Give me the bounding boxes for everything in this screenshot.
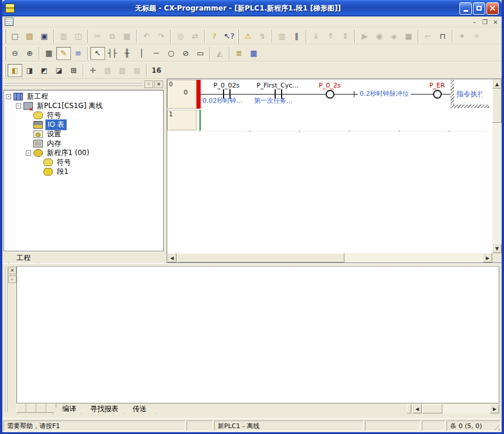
tree-item-io-table[interactable]: IO 表 (4, 120, 163, 129)
mdi-minimize-button[interactable]: – (469, 18, 479, 26)
toggle-cross-reference-button[interactable]: ◪ (52, 64, 66, 77)
hex-monitor-button[interactable]: 16 (149, 64, 164, 77)
pause-monitor-button[interactable]: ‖ (289, 30, 304, 43)
open-coil-button[interactable]: ○ (164, 47, 178, 60)
scroll-up-button[interactable]: ▲ (492, 79, 502, 89)
tab-project[interactable]: 工程 (8, 252, 39, 263)
address-reference-tool-button[interactable]: ✛ (86, 64, 100, 77)
open-button[interactable]: ▤ (22, 30, 37, 43)
menu-plc[interactable] (49, 21, 57, 22)
minimize-button[interactable] (459, 2, 472, 15)
ladder-horizontal-scrollbar[interactable]: ◀ ▶ (167, 253, 492, 263)
ladder-vertical-scrollbar[interactable]: ▲ ▼ (492, 79, 502, 253)
inline-tick (354, 91, 354, 97)
tree-item-new-program1[interactable]: - 新程序1 (00) (4, 148, 163, 157)
closed-coil-button[interactable]: ⊘ (178, 47, 193, 60)
help-button[interactable]: ? (207, 30, 222, 43)
output-tab-find-report[interactable]: 寻找报表 (81, 403, 128, 414)
select-tool-button[interactable]: ↖ (90, 47, 105, 60)
output-nav-first-button[interactable] (16, 403, 26, 413)
tree-expander[interactable]: - (16, 103, 21, 109)
tree-expander[interactable]: - (6, 94, 11, 99)
scroll-right-button[interactable]: ▶ (483, 253, 492, 263)
instruction-button[interactable]: ▭ (193, 47, 208, 60)
zoom-in-button[interactable]: ⊕ (22, 47, 37, 60)
tree-item-section1[interactable]: 段1 (4, 167, 163, 176)
output-grip[interactable] (4, 267, 8, 412)
toggle-project-workspace-button[interactable]: ◧ (8, 64, 22, 77)
tree-expander[interactable]: - (26, 150, 31, 156)
coil1-symbol[interactable] (326, 90, 334, 99)
edit-cursor[interactable]: 指令执行 (451, 80, 489, 108)
output-nav-prev-button[interactable] (26, 403, 36, 413)
grid-toggle-button[interactable]: ▦ (42, 47, 56, 60)
context-help-button[interactable]: ↖? (222, 30, 236, 43)
contact1-label[interactable]: P_0_02s (200, 82, 253, 89)
output-close-button[interactable]: × (8, 267, 16, 274)
rung-annotation-button[interactable]: ≡ (71, 47, 86, 60)
watch-window-button[interactable]: ▦ (246, 47, 261, 60)
output-tab-compile[interactable]: 编译 (53, 403, 86, 414)
output-tab-transfer[interactable]: 传送 (123, 403, 156, 414)
tree-item-new-project[interactable]: - 新工程 (4, 92, 163, 101)
symbol-table-button[interactable]: ≣ (232, 47, 246, 60)
horizontal-line-button[interactable]: ─ (149, 47, 164, 60)
contact2-label[interactable]: P_First_Cyc... (251, 82, 304, 89)
menu-file[interactable] (16, 21, 24, 22)
open-contact-button[interactable]: ┤├ (105, 47, 120, 60)
find-button: ◎ (173, 30, 188, 43)
save-button[interactable]: ▣ (37, 30, 52, 43)
workspace-close-button[interactable]: × (154, 80, 163, 88)
menu-insert[interactable] (40, 21, 49, 22)
scroll-left-button[interactable]: ◀ (167, 253, 177, 263)
menu-window[interactable] (73, 21, 82, 22)
output-tab-splitter[interactable] (407, 404, 411, 413)
toggle-watch-window-button[interactable]: ◩ (37, 64, 52, 77)
menu-help[interactable] (82, 21, 90, 22)
compile-button[interactable]: ⚠ (241, 30, 255, 43)
tree-item-settings[interactable]: 设置 (4, 129, 163, 139)
toggle-address-reference-button[interactable]: ⊞ (66, 64, 81, 77)
tree-item-symbols[interactable]: 符号 (4, 110, 163, 120)
time-chart-button[interactable]: ⊓ (435, 30, 450, 43)
project-tree: - 新工程 - 新PLC1[CS1G] 离线 符号 IO (4, 90, 164, 251)
vertical-line-button[interactable]: │ (134, 47, 149, 60)
menu-program[interactable] (57, 21, 65, 22)
output-scroll-left-button[interactable]: ◀ (412, 404, 422, 413)
output-horizontal-scrollbar[interactable]: ◀ ▶ (412, 404, 499, 413)
menu-tools[interactable] (65, 21, 73, 22)
output-scroll-right-button[interactable]: ▶ (490, 404, 499, 413)
monitor-button: ▥ (275, 30, 289, 43)
rung0-margin[interactable]: 0 0 (167, 80, 197, 109)
output-scroll-thumb[interactable] (422, 404, 442, 413)
menu-edit[interactable] (24, 21, 32, 22)
mdi-restore-button[interactable]: ❐ (480, 18, 490, 26)
coil1-label[interactable]: P_0_2s (303, 82, 356, 89)
ladder-view-icon[interactable] (5, 18, 13, 26)
closed-contact-button[interactable]: ╫ (120, 47, 134, 60)
scroll-down-button[interactable]: ▼ (492, 244, 502, 253)
workspace-grip[interactable] (5, 82, 143, 86)
output-nav-next-button[interactable] (36, 403, 46, 413)
rung1-margin[interactable]: 1 (167, 110, 197, 130)
output-content[interactable] (16, 266, 499, 403)
coil2-symbol[interactable] (433, 90, 442, 99)
tree-item-program-symbols[interactable]: 符号 (4, 157, 163, 167)
zoom-out-button[interactable]: ⊖ (8, 47, 22, 60)
toolbar-separator (136, 30, 137, 43)
close-button[interactable] (486, 2, 499, 15)
toggle-output-window-button[interactable]: ◨ (22, 64, 37, 77)
horizontal-scroll-thumb[interactable] (177, 253, 344, 263)
tree-item-memory[interactable]: 内存 (4, 139, 163, 148)
menu-view[interactable] (32, 21, 40, 22)
vertical-scroll-thumb[interactable] (492, 89, 502, 123)
tree-item-new-plc1[interactable]: - 新PLC1[CS1G] 离线 (4, 101, 163, 110)
ladder-editor[interactable]: 0 0 1 P_0_02s 0.02秒时钟... P_First_Cyc... (167, 79, 492, 253)
maximize-button[interactable] (473, 2, 485, 15)
window-toolbar: ◧◨◩◪⊞✛▨▧▤16 (2, 62, 502, 79)
status-cell-3 (422, 420, 445, 431)
new-button[interactable]: □ (8, 30, 22, 43)
tree-item-icon (13, 93, 23, 100)
mdi-close-button[interactable]: × (491, 18, 500, 26)
show-comments-button[interactable]: ✎ (56, 47, 71, 60)
